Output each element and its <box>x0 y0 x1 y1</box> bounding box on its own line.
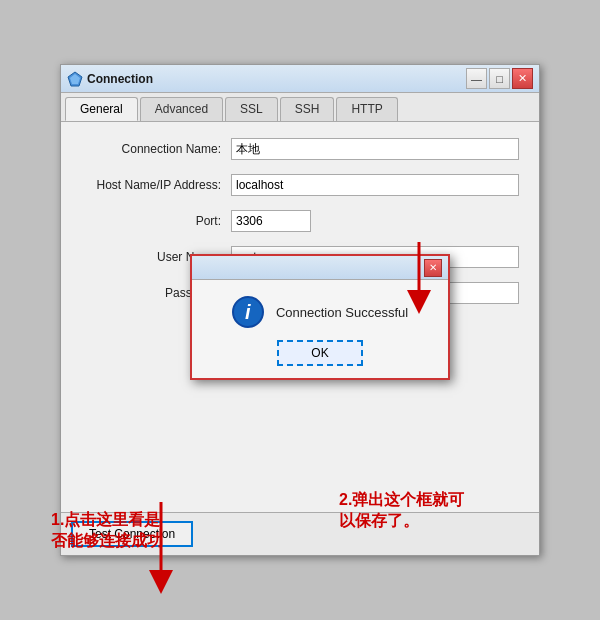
tab-general[interactable]: General <box>65 97 138 121</box>
modal-close-button[interactable]: ✕ <box>424 259 442 277</box>
modal-body: i Connection Successful OK <box>192 280 448 378</box>
tab-advanced[interactable]: Advanced <box>140 97 223 121</box>
modal-message-row: i Connection Successful <box>232 296 408 328</box>
modal-titlebar: ✕ <box>192 256 448 280</box>
title-bar: Connection — □ ✕ <box>61 65 539 93</box>
connection-name-row: Connection Name: <box>81 138 519 160</box>
tab-bar: General Advanced SSL SSH HTTP <box>61 93 539 122</box>
connection-name-label: Connection Name: <box>81 142 231 156</box>
tab-ssh[interactable]: SSH <box>280 97 335 121</box>
connection-window: Connection — □ ✕ General Advanced SSL SS… <box>60 64 540 556</box>
close-button[interactable]: ✕ <box>512 68 533 89</box>
annotation-right: 2.弹出这个框就可以保存了。 <box>339 490 519 532</box>
ok-button[interactable]: OK <box>277 340 362 366</box>
modal-message-text: Connection Successful <box>276 305 408 320</box>
maximize-button[interactable]: □ <box>489 68 510 89</box>
tab-ssl[interactable]: SSL <box>225 97 278 121</box>
window-icon <box>67 71 83 87</box>
window-controls: — □ ✕ <box>466 68 533 89</box>
title-bar-left: Connection <box>67 71 153 87</box>
minimize-button[interactable]: — <box>466 68 487 89</box>
form-content: Connection Name: Host Name/IP Address: P… <box>61 122 539 422</box>
info-icon: i <box>232 296 264 328</box>
tab-http[interactable]: HTTP <box>336 97 397 121</box>
success-dialog: ✕ i Connection Successful OK <box>190 254 450 380</box>
annotation-left: 1.点击这里看是否能够连接成功 <box>51 510 211 552</box>
modal-overlay: ✕ i Connection Successful OK <box>61 182 539 432</box>
window-title: Connection <box>87 72 153 86</box>
connection-name-input[interactable] <box>231 138 519 160</box>
